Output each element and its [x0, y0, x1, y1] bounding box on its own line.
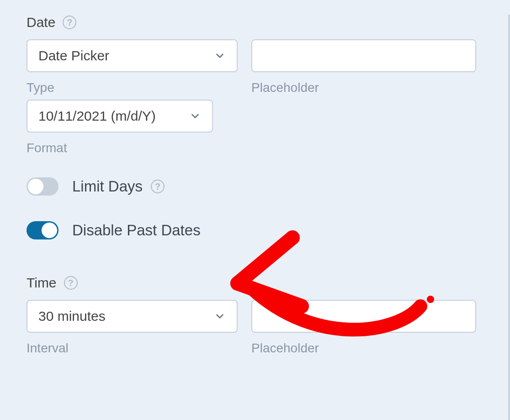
time-interval-value: 30 minutes [38, 308, 106, 324]
date-type-value: Date Picker [38, 48, 109, 64]
time-placeholder-sublabel: Placeholder [251, 341, 476, 356]
time-placeholder-input[interactable] [251, 300, 476, 333]
chevron-down-icon [214, 310, 226, 322]
help-icon[interactable]: ? [63, 16, 76, 29]
disable-past-toggle[interactable] [27, 221, 58, 239]
chevron-down-icon [214, 50, 226, 62]
date-placeholder-sublabel: Placeholder [251, 80, 476, 95]
help-icon[interactable]: ? [151, 180, 165, 193]
help-icon[interactable]: ? [64, 276, 78, 290]
limit-days-row: Limit Days ? [27, 177, 482, 196]
date-type-sublabel: Type [27, 80, 238, 95]
time-section-title: Time ? [27, 275, 482, 291]
disable-past-row: Disable Past Dates [27, 221, 482, 239]
date-label: Date [27, 15, 55, 30]
date-row-2: 10/11/2021 (m/d/Y) Format [27, 100, 482, 155]
date-section-title: Date ? [27, 15, 482, 30]
time-row-1: 30 minutes Interval Placeholder [27, 300, 482, 356]
time-interval-sublabel: Interval [27, 341, 238, 356]
time-interval-select[interactable]: 30 minutes [27, 300, 238, 333]
date-format-select[interactable]: 10/11/2021 (m/d/Y) [27, 100, 213, 133]
date-format-sublabel: Format [27, 141, 213, 155]
date-row-1: Date Picker Type Placeholder [27, 39, 482, 95]
disable-past-label: Disable Past Dates [72, 222, 201, 239]
time-label: Time [27, 275, 57, 291]
disable-past-label-wrap: Disable Past Dates [72, 222, 201, 239]
chevron-down-icon [189, 110, 201, 122]
limit-days-label: Limit Days [72, 178, 143, 195]
date-type-select[interactable]: Date Picker [27, 39, 238, 72]
date-format-value: 10/11/2021 (m/d/Y) [38, 108, 156, 124]
toggle-knob [42, 223, 57, 238]
limit-days-label-wrap: Limit Days ? [72, 178, 165, 195]
limit-days-toggle[interactable] [27, 177, 58, 196]
date-placeholder-input[interactable] [251, 39, 476, 72]
toggle-knob [28, 179, 43, 194]
settings-panel: Date ? Date Picker Type Placeholder 10/1… [0, 15, 510, 420]
